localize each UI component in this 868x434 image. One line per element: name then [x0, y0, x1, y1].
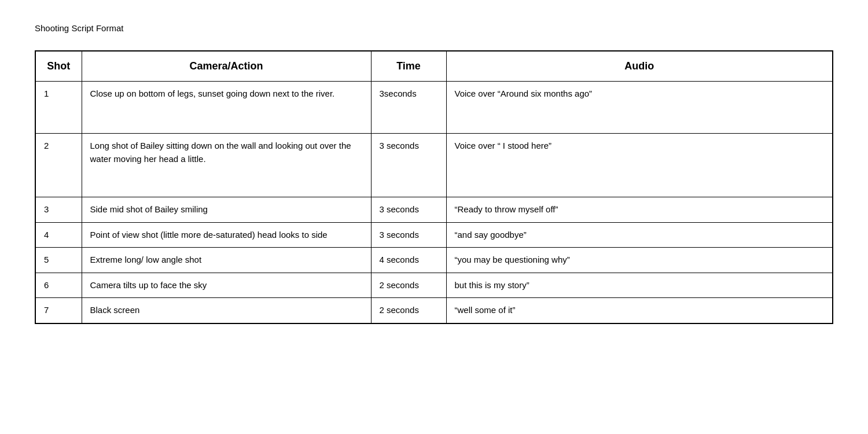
table-row: 5Extreme long/ low angle shot4 seconds“y…	[35, 248, 833, 273]
cell-time: 3seconds	[371, 82, 446, 134]
table-row: 3Side mid shot of Bailey smiling3 second…	[35, 197, 833, 223]
cell-shot: 6	[35, 273, 82, 298]
cell-camera-action: Extreme long/ low angle shot	[82, 248, 371, 273]
header-shot: Shot	[35, 51, 82, 82]
cell-shot: 3	[35, 197, 82, 223]
table-row: 4Point of view shot (little more de-satu…	[35, 222, 833, 248]
cell-audio: Voice over “ I stood here”	[446, 134, 833, 197]
cell-camera-action: Side mid shot of Bailey smiling	[82, 197, 371, 223]
cell-time: 3 seconds	[371, 222, 446, 248]
table-row: 1Close up on bottom of legs, sunset goin…	[35, 82, 833, 134]
table-row: 6Camera tilts up to face the sky2 second…	[35, 273, 833, 298]
table-header-row: Shot Camera/Action Time Audio	[35, 51, 833, 82]
cell-audio: “Ready to throw myself off”	[446, 197, 833, 223]
shooting-script-table: Shot Camera/Action Time Audio 1Close up …	[35, 50, 833, 324]
table-row: 2Long shot of Bailey sitting down on the…	[35, 134, 833, 197]
cell-time: 3 seconds	[371, 197, 446, 223]
page-title: Shooting Script Format	[35, 23, 833, 33]
cell-shot: 7	[35, 298, 82, 323]
header-camera-action: Camera/Action	[82, 51, 371, 82]
cell-camera-action: Black screen	[82, 298, 371, 323]
cell-time: 4 seconds	[371, 248, 446, 273]
cell-shot: 4	[35, 222, 82, 248]
cell-camera-action: Close up on bottom of legs, sunset going…	[82, 82, 371, 134]
cell-shot: 5	[35, 248, 82, 273]
cell-shot: 1	[35, 82, 82, 134]
cell-camera-action: Camera tilts up to face the sky	[82, 273, 371, 298]
cell-camera-action: Long shot of Bailey sitting down on the …	[82, 134, 371, 197]
cell-audio: Voice over “Around six months ago”	[446, 82, 833, 134]
cell-camera-action: Point of view shot (little more de-satur…	[82, 222, 371, 248]
header-audio: Audio	[446, 51, 833, 82]
cell-audio: “and say goodbye”	[446, 222, 833, 248]
cell-time: 3 seconds	[371, 134, 446, 197]
cell-audio: but this is my story”	[446, 273, 833, 298]
header-time: Time	[371, 51, 446, 82]
table-row: 7Black screen2 seconds“well some of it”	[35, 298, 833, 323]
cell-audio: “you may be questioning why”	[446, 248, 833, 273]
cell-shot: 2	[35, 134, 82, 197]
cell-time: 2 seconds	[371, 298, 446, 323]
cell-audio: “well some of it”	[446, 298, 833, 323]
cell-time: 2 seconds	[371, 273, 446, 298]
